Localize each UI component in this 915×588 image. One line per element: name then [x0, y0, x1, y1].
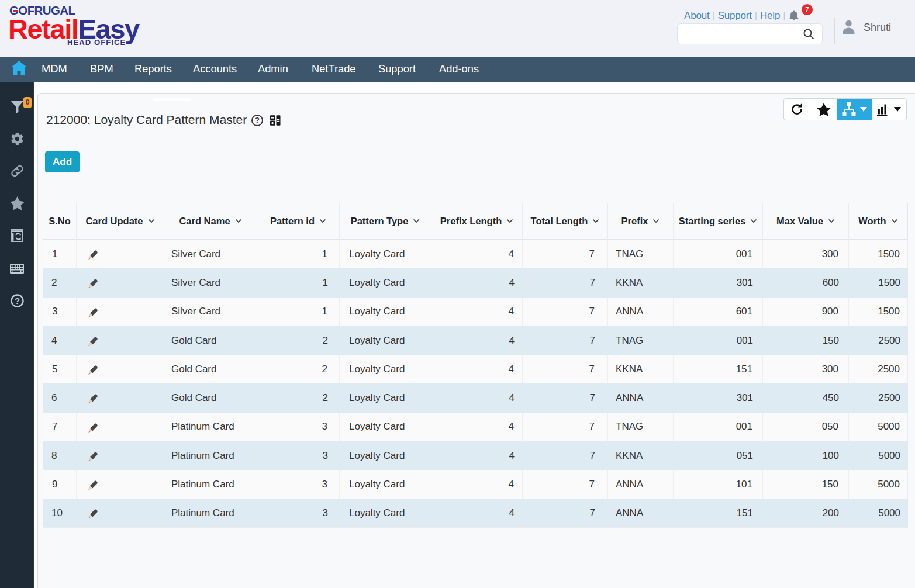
- svg-text:?: ?: [15, 296, 20, 306]
